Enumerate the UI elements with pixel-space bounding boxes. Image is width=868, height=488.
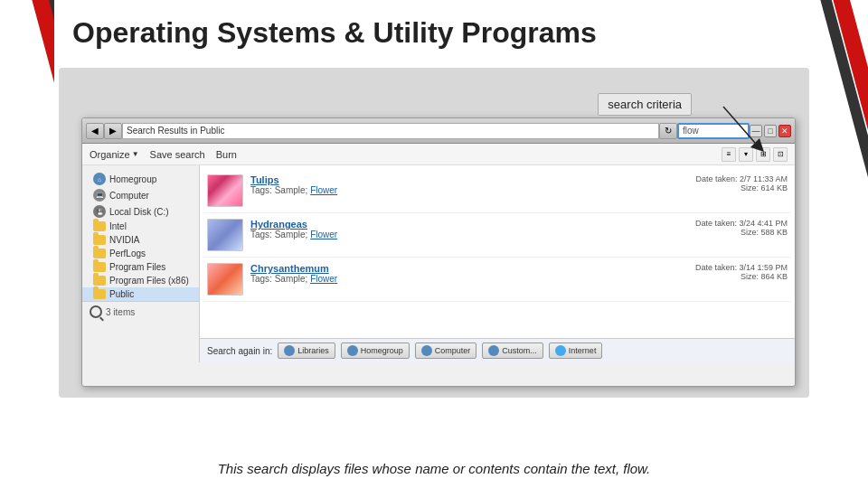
search-libraries-button[interactable]: Libraries	[278, 343, 335, 359]
sidebar-item-localdisk[interactable]: 💾 Local Disk (C:)	[82, 203, 199, 220]
computer-icon: 💻	[93, 189, 106, 202]
file-panel: Tulips Tags: Sample; Flower Date taken: …	[200, 165, 795, 362]
file-size: Size: 864 KB	[695, 272, 788, 281]
file-meta: Date taken: 3/14 1:59 PM Size: 864 KB	[695, 263, 788, 281]
window-controls: — □ ✕	[750, 125, 791, 137]
disk-icon: 💾	[93, 205, 106, 218]
file-info: Tulips Tags: Sample; Flower	[250, 174, 688, 195]
close-button[interactable]: ✕	[778, 125, 791, 137]
forward-button[interactable]: ▶	[104, 123, 122, 139]
thumbnail-chrysanthemum	[207, 263, 243, 296]
file-name[interactable]: Hydrangeas	[250, 219, 688, 230]
search-custom-button[interactable]: Custom...	[482, 343, 543, 359]
address-text: Search Results in Public	[127, 126, 224, 136]
refresh-button[interactable]: ↻	[659, 123, 677, 139]
file-size: Size: 588 KB	[695, 228, 788, 237]
content-area: ⌂ Homegroup 💻 Computer 💾 Local Disk (C:)…	[82, 165, 795, 362]
search-again-bar: Search again in: Libraries Homegroup Com…	[200, 338, 795, 362]
custom-sa-icon	[488, 345, 499, 356]
file-date: Date taken: 3/14 1:59 PM	[695, 263, 788, 272]
save-search-button[interactable]: Save search	[150, 149, 205, 160]
view-details-button[interactable]: ≡	[722, 147, 736, 162]
table-row[interactable]: Chrysanthemum Tags: Sample; Flower Date …	[203, 258, 791, 302]
organize-arrow: ▼	[132, 150, 139, 158]
search-criteria-label: search criteria	[598, 93, 692, 116]
caption-area: This search displays files whose name or…	[59, 461, 809, 477]
maximize-button[interactable]: □	[764, 125, 777, 137]
tag-flower[interactable]: Flower	[310, 230, 337, 239]
file-name[interactable]: Tulips	[250, 174, 688, 185]
file-info: Chrysanthemum Tags: Sample; Flower	[250, 263, 688, 284]
search-again-label: Search again in:	[207, 346, 272, 356]
view-extra-button[interactable]: ⊡	[773, 147, 788, 162]
thumbnail-tulips	[207, 174, 243, 207]
sidebar-item-public[interactable]: Public	[82, 287, 199, 301]
file-list: Tulips Tags: Sample; Flower Date taken: …	[200, 165, 795, 338]
organize-button[interactable]: Organize ▼	[90, 149, 139, 160]
file-tags: Tags: Sample; Flower	[250, 185, 688, 195]
file-tags: Tags: Sample; Flower	[250, 274, 688, 284]
file-date: Date taken: 2/7 11:33 AM	[695, 174, 788, 183]
internet-sa-icon	[555, 345, 566, 356]
file-meta: Date taken: 2/7 11:33 AM Size: 614 KB	[695, 174, 788, 192]
table-row[interactable]: Hydrangeas Tags: Sample; Flower Date tak…	[203, 213, 791, 258]
search-computer-button[interactable]: Computer	[415, 343, 477, 359]
tag-flower[interactable]: Flower	[310, 274, 337, 284]
sidebar-item-computer[interactable]: 💻 Computer	[82, 187, 199, 203]
homegroup-icon: ⌂	[93, 173, 106, 185]
view-controls: ≡ ▾ ⊞ ⊡	[722, 147, 788, 162]
search-homegroup-button[interactable]: Homegroup	[341, 343, 410, 359]
sidebar: ⌂ Homegroup 💻 Computer 💾 Local Disk (C:)…	[82, 165, 200, 362]
sidebar-item-intel[interactable]: Intel	[82, 220, 199, 233]
items-count: 3 items	[82, 301, 199, 322]
folder-icon	[93, 221, 106, 231]
folder-icon	[93, 235, 106, 245]
folder-icon	[93, 276, 106, 286]
tag-flower[interactable]: Flower	[310, 185, 337, 195]
title-bar: ◀ ▶ Search Results in Public ↻ flow — □ …	[82, 118, 795, 144]
explorer-window: ◀ ▶ Search Results in Public ↻ flow — □ …	[81, 117, 796, 387]
sidebar-item-nvidia[interactable]: NVIDIA	[82, 233, 199, 247]
address-path[interactable]: Search Results in Public	[122, 123, 659, 139]
sidebar-item-perflogs[interactable]: PerfLogs	[82, 247, 199, 260]
sidebar-item-programfiles86[interactable]: Program Files (x86)	[82, 274, 199, 287]
folder-icon	[93, 262, 106, 272]
file-name[interactable]: Chrysanthemum	[250, 263, 688, 274]
caption-text: This search displays files whose name or…	[218, 461, 651, 476]
folder-icon	[93, 289, 106, 299]
burn-button[interactable]: Burn	[216, 149, 237, 160]
sidebar-item-programfiles[interactable]: Program Files	[82, 260, 199, 274]
file-meta: Date taken: 3/24 4:41 PM Size: 588 KB	[695, 219, 788, 237]
minimize-button[interactable]: —	[750, 125, 762, 137]
toolbar: Organize ▼ Save search Burn ≡ ▾ ⊞ ⊡	[82, 144, 795, 165]
back-button[interactable]: ◀	[86, 123, 104, 139]
sidebar-item-homegroup[interactable]: ⌂ Homegroup	[82, 171, 199, 187]
search-icon	[90, 305, 102, 318]
search-query: flow	[683, 126, 699, 136]
computer-sa-icon	[421, 345, 432, 356]
folder-icon	[93, 249, 106, 258]
right-decoration	[814, 0, 868, 488]
left-decoration	[0, 0, 54, 488]
screenshot-area: search criteria ◀ ▶ Search Results in Pu…	[59, 68, 809, 398]
file-info: Hydrangeas Tags: Sample; Flower	[250, 219, 688, 239]
view-dropdown-button[interactable]: ▾	[739, 147, 753, 162]
file-size: Size: 614 KB	[695, 183, 788, 192]
view-icon-button[interactable]: ⊞	[756, 147, 770, 162]
libraries-icon	[284, 345, 295, 356]
table-row[interactable]: Tulips Tags: Sample; Flower Date taken: …	[203, 169, 791, 213]
search-internet-button[interactable]: Internet	[549, 343, 603, 359]
homegroup-sa-icon	[347, 345, 358, 356]
search-box[interactable]: flow	[677, 123, 750, 139]
file-date: Date taken: 3/24 4:41 PM	[695, 219, 788, 228]
thumbnail-hydrangeas	[207, 219, 243, 251]
file-tags: Tags: Sample; Flower	[250, 230, 688, 239]
page-title: Operating Systems & Utility Programs	[72, 16, 597, 50]
